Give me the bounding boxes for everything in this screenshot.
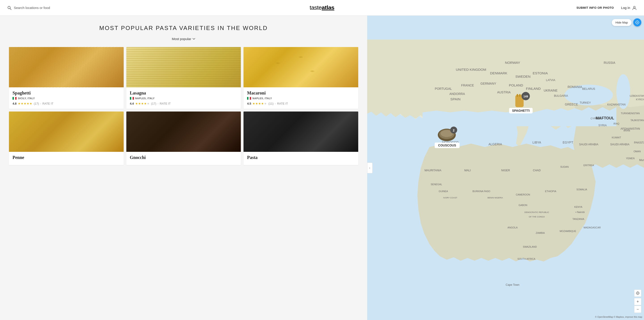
right-panel: UNITED KINGDOM NORWAY SWEDEN FINLAND EST… (367, 16, 644, 320)
svg-text:KENYA: KENYA (574, 206, 582, 208)
svg-text:ALGERIA: ALGERIA (488, 142, 502, 146)
user-icon (632, 5, 637, 10)
sort-button[interactable]: Most popular (172, 37, 195, 41)
food-image-spaghetti (9, 47, 124, 87)
zoom-in-button[interactable]: + (634, 298, 641, 305)
svg-text:ETHIOPIA: ETHIOPIA (545, 190, 556, 193)
svg-text:AUSTRIA: AUSTRIA (497, 90, 511, 94)
food-image-penne (9, 111, 124, 152)
svg-point-98 (637, 293, 638, 293)
svg-text:MADAGASCAR: MADAGASCAR (584, 226, 600, 229)
locate-button-bottom[interactable] (634, 289, 641, 297)
svg-text:MAFTOUL: MAFTOUL (596, 116, 614, 120)
flag-italy-3 (247, 97, 251, 100)
food-name-lasagna: Lasagna (130, 90, 238, 96)
food-image-gnocchi (126, 111, 241, 152)
svg-text:FINLAND: FINLAND (526, 87, 541, 90)
svg-text:LIBYA: LIBYA (532, 141, 541, 144)
logo-text2: atlas (322, 4, 334, 11)
svg-text:DEMOCRATIC REPUBLIC: DEMOCRATIC REPUBLIC (524, 211, 549, 213)
svg-text:BURKINA FASO: BURKINA FASO (472, 190, 490, 193)
rate-it-spaghetti[interactable]: RATE IT (42, 102, 54, 105)
svg-text:FRANCE: FRANCE (461, 84, 474, 87)
svg-text:NIGER: NIGER (501, 169, 510, 172)
svg-text:SUDAN: SUDAN (560, 166, 569, 169)
login-label: Log in (621, 6, 630, 10)
svg-text:MOZAMBIQUE: MOZAMBIQUE (560, 230, 576, 232)
svg-text:EGYPT: EGYPT (562, 141, 573, 144)
svg-text:GERMANY: GERMANY (480, 82, 496, 85)
submit-info-button[interactable]: SUBMIT INFO OR PHOTO (576, 6, 614, 10)
food-info-lasagna: Lasagna NAPLES, ITALY 4.4 ★★★★★ (17) · R… (126, 87, 241, 109)
svg-text:UNITED KINGDOM: UNITED KINGDOM (456, 68, 486, 71)
svg-text:COUSCOUS: COUSCOUS (438, 143, 456, 147)
search-area[interactable]: Search locations or food (7, 6, 50, 10)
food-image-lasagna (126, 47, 241, 87)
svg-text:BULGARIA: BULGARIA (554, 94, 568, 97)
search-placeholder: Search locations or food (14, 6, 50, 10)
food-grid: Spaghetti SICILY, ITALY 4.8 ★★★★★ (17) ·… (9, 47, 358, 165)
map-collapse-button[interactable]: ‹ (367, 163, 372, 173)
rate-it-lasagna[interactable]: RATE IT (160, 102, 170, 105)
svg-text:ZAMBIA: ZAMBIA (536, 232, 545, 234)
flag-italy-2 (130, 97, 134, 100)
svg-text:KYRGYZSTAN: KYRGYZSTAN (636, 98, 644, 101)
svg-text:MAURITANIA: MAURITANIA (424, 169, 442, 172)
svg-text:TURKMENISTAN: TURKMENISTAN (621, 112, 640, 115)
map-controls-top: Hide Map (612, 18, 641, 27)
food-card-gnocchi[interactable]: Gnocchi (126, 111, 241, 165)
svg-line-1 (10, 8, 12, 10)
food-card-lasagna[interactable]: Lasagna NAPLES, ITALY 4.4 ★★★★★ (17) · R… (126, 47, 241, 109)
login-button[interactable]: Log in (621, 5, 637, 10)
food-card-penne[interactable]: Penne (9, 111, 124, 165)
rate-it-macaroni[interactable]: RATE IT (277, 102, 288, 105)
svg-text:ERITREA: ERITREA (584, 164, 594, 167)
svg-text:SOMALIA: SOMALIA (576, 188, 587, 191)
svg-text:OF THE CONGO: OF THE CONGO (528, 216, 544, 218)
food-info-gnocchi: Gnocchi (126, 152, 241, 165)
page-title: MOST POPULAR PASTA VARIETIES IN THE WORL… (9, 25, 358, 32)
food-card-macaroni[interactable]: Macaroni NAPLES, ITALY 4.5 ★★★★★ (11) · … (244, 47, 358, 109)
svg-text:ANGOLA: ANGOLA (507, 226, 518, 229)
svg-text:MALI: MALI (464, 169, 471, 172)
hide-map-button[interactable]: Hide Map (612, 19, 632, 26)
svg-text:IRAQ: IRAQ (613, 122, 619, 125)
svg-point-2 (634, 6, 635, 8)
svg-text:UKRAINE: UKRAINE (544, 89, 558, 92)
food-info-penne: Penne (9, 152, 124, 165)
food-info-spaghetti: Spaghetti SICILY, ITALY 4.8 ★★★★★ (17) ·… (9, 87, 124, 109)
svg-text:GREECE: GREECE (565, 103, 578, 106)
main-layout: MOST POPULAR PASTA VARIETIES IN THE WORL… (0, 16, 644, 320)
food-rating-spaghetti: 4.8 ★★★★★ (17) · RATE IT (12, 102, 120, 105)
map-zoom-controls: + − (634, 289, 641, 313)
svg-text:GABON: GABON (518, 204, 527, 207)
food-card-spaghetti[interactable]: Spaghetti SICILY, ITALY 4.8 ★★★★★ (17) ·… (9, 47, 124, 109)
svg-text:IRAN: IRAN (624, 129, 630, 132)
svg-text:SWAZILAND: SWAZILAND (523, 245, 537, 248)
header-actions: SUBMIT INFO OR PHOTO Log in (576, 5, 637, 10)
locate-button-top[interactable] (633, 18, 641, 27)
food-origin-spaghetti: SICILY, ITALY (12, 97, 120, 100)
header: Search locations or food tasteatlas SUBM… (0, 0, 644, 16)
svg-text:BELARUS: BELARUS (582, 87, 595, 90)
food-image-pasta6 (244, 111, 358, 152)
svg-text:SOUTH AFRICA: SOUTH AFRICA (518, 257, 536, 260)
svg-text:LATVIA: LATVIA (546, 79, 555, 82)
svg-text:SYRIA: SYRIA (598, 124, 607, 127)
map-svg: UNITED KINGDOM NORWAY SWEDEN FINLAND EST… (367, 16, 644, 320)
food-origin-lasagna: NAPLES, ITALY (130, 97, 238, 100)
svg-text:149: 149 (523, 95, 528, 98)
logo-text1: taste (310, 4, 322, 11)
map-container: UNITED KINGDOM NORWAY SWEDEN FINLAND EST… (367, 16, 644, 320)
zoom-out-button[interactable]: − (634, 306, 641, 313)
logo[interactable]: tasteatlas (310, 4, 334, 11)
food-card-pasta6[interactable]: Pasta (244, 111, 358, 165)
svg-text:SAUDI ARABIA: SAUDI ARABIA (579, 143, 598, 146)
chevron-down-icon (192, 38, 195, 40)
svg-point-92 (637, 22, 638, 23)
svg-text:KAZAKHSTAN: KAZAKHSTAN (607, 103, 626, 106)
svg-text:SPAGHETTI: SPAGHETTI (512, 109, 530, 112)
svg-text:Mumbai: Mumbai (639, 158, 644, 162)
svg-text:ROMANIA: ROMANIA (568, 85, 582, 89)
svg-text:SWEDEN: SWEDEN (515, 75, 530, 78)
